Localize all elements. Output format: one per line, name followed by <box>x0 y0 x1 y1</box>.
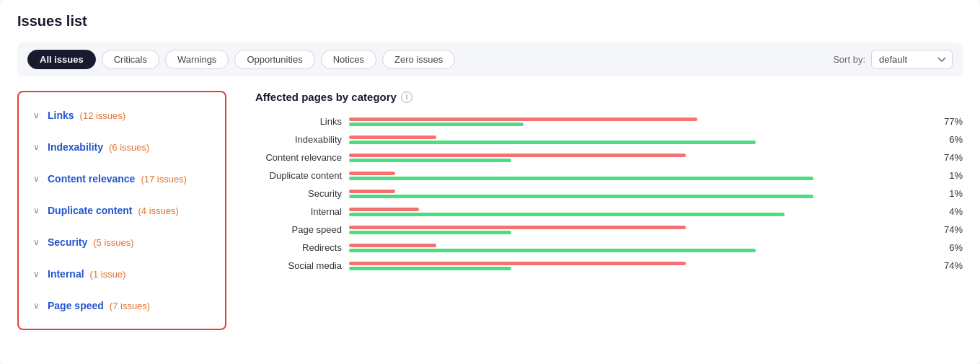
chart-row-page-speed: Page speed74% <box>255 224 963 235</box>
bar-green <box>349 249 756 252</box>
issue-name: Duplicate content <box>48 205 132 216</box>
issue-item-indexability[interactable]: ∨Indexability(6 issues) <box>19 131 225 163</box>
filter-btn-all-issues[interactable]: All issues <box>27 50 96 69</box>
chevron-icon: ∨ <box>33 205 42 216</box>
chart-pct: 6% <box>937 134 963 145</box>
chart-pct: 6% <box>937 242 963 253</box>
page-title: Issues list <box>17 13 963 30</box>
chart-row-label: Social media <box>255 260 342 271</box>
issue-count: (1 issue) <box>90 269 126 280</box>
chevron-icon: ∨ <box>33 142 42 152</box>
filter-buttons: All issuesCriticalsWarningsOpportunities… <box>27 50 455 69</box>
chart-row-label: Security <box>255 188 342 199</box>
issue-item-content-relevance[interactable]: ∨Content relevance(17 issues) <box>19 163 225 195</box>
chart-row-label: Indexability <box>255 134 342 145</box>
main-content: ∨Links(12 issues)∨Indexability(6 issues)… <box>17 91 963 330</box>
chart-bar-area <box>349 208 930 216</box>
chart-bar-area <box>349 172 930 180</box>
filter-btn-zero-issues[interactable]: Zero issues <box>382 50 455 69</box>
chart-pct: 74% <box>937 224 963 235</box>
bar-green <box>349 213 785 216</box>
issue-count: (7 issues) <box>110 301 150 311</box>
bar-green <box>349 195 813 198</box>
issue-count: (17 issues) <box>141 174 187 185</box>
chart-row-duplicate-content: Duplicate content1% <box>255 170 963 181</box>
chart-bar-area <box>349 117 930 126</box>
filter-btn-criticals[interactable]: Criticals <box>102 50 159 69</box>
bar-green <box>349 141 756 144</box>
sort-row: Sort by: default A-Z Issues count <box>833 50 953 69</box>
issue-count: (6 issues) <box>109 142 149 153</box>
bar-red <box>349 154 686 157</box>
issue-count: (4 issues) <box>138 205 178 216</box>
bar-red <box>349 117 697 121</box>
bar-red <box>349 226 686 229</box>
right-panel: Affected pages by category i Links77%Ind… <box>255 91 963 330</box>
issues-list-container: Issues list All issuesCriticalsWarningsO… <box>0 0 980 364</box>
bar-red <box>349 190 395 193</box>
chart-row-label: Content relevance <box>255 152 342 163</box>
sort-select[interactable]: default A-Z Issues count <box>871 50 953 69</box>
issue-name: Content relevance <box>48 173 135 185</box>
issue-name: Indexability <box>48 141 103 153</box>
issue-item-duplicate-content[interactable]: ∨Duplicate content(4 issues) <box>19 195 225 226</box>
chart-bar-area <box>349 244 930 252</box>
issue-count: (5 issues) <box>93 237 133 248</box>
chevron-icon: ∨ <box>33 237 42 247</box>
chart-row-label: Redirects <box>255 242 342 253</box>
chart-row-social-media: Social media74% <box>255 260 963 271</box>
chart-pct: 1% <box>937 170 963 181</box>
filters-row: All issuesCriticalsWarningsOpportunities… <box>17 43 963 76</box>
chart-row-label: Links <box>255 116 342 127</box>
issue-item-links[interactable]: ∨Links(12 issues) <box>19 99 225 131</box>
bar-red <box>349 244 436 247</box>
chart-title-text: Affected pages by category <box>255 91 397 103</box>
chart-row-redirects: Redirects6% <box>255 242 963 253</box>
issue-name: Internal <box>48 268 84 280</box>
chart-pct: 74% <box>937 260 963 271</box>
issue-name: Links <box>48 110 74 121</box>
issues-list: ∨Links(12 issues)∨Indexability(6 issues)… <box>17 91 226 330</box>
info-icon[interactable]: i <box>401 92 412 103</box>
bar-red <box>349 262 686 265</box>
chart-bar-area <box>349 154 930 162</box>
bar-red <box>349 136 436 139</box>
bar-green <box>349 123 524 126</box>
bar-green <box>349 231 511 234</box>
chevron-icon: ∨ <box>33 301 42 311</box>
filter-btn-opportunities[interactable]: Opportunities <box>234 50 314 69</box>
chart-pct: 74% <box>937 152 963 163</box>
chart-rows: Links77%Indexability6%Content relevance7… <box>255 116 963 271</box>
bar-red <box>349 208 419 211</box>
chart-row-label: Internal <box>255 206 342 217</box>
sort-label: Sort by: <box>833 54 865 65</box>
chart-pct: 4% <box>937 206 963 217</box>
issue-item-security[interactable]: ∨Security(5 issues) <box>19 226 225 258</box>
chevron-icon: ∨ <box>33 110 42 120</box>
issue-item-internal[interactable]: ∨Internal(1 issue) <box>19 258 225 290</box>
filter-btn-warnings[interactable]: Warnings <box>165 50 229 69</box>
chart-bar-area <box>349 262 930 270</box>
chart-row-label: Duplicate content <box>255 170 342 181</box>
bar-green <box>349 159 511 162</box>
chart-row-links: Links77% <box>255 116 963 127</box>
issue-count: (12 issues) <box>80 110 126 121</box>
chart-row-internal: Internal4% <box>255 206 963 217</box>
bar-red <box>349 172 395 175</box>
issue-name: Security <box>48 236 87 248</box>
chart-title: Affected pages by category i <box>255 91 963 103</box>
bar-green <box>349 267 511 270</box>
chart-row-label: Page speed <box>255 224 342 235</box>
bar-green <box>349 177 813 180</box>
chart-pct: 1% <box>937 188 963 199</box>
chevron-icon: ∨ <box>33 174 42 184</box>
chart-bar-area <box>349 226 930 234</box>
chart-bar-area <box>349 190 930 198</box>
chart-pct: 77% <box>937 116 963 127</box>
filter-btn-notices[interactable]: Notices <box>321 50 376 69</box>
issue-name: Page speed <box>48 300 104 311</box>
chart-row-content-relevance: Content relevance74% <box>255 152 963 163</box>
issue-item-page-speed[interactable]: ∨Page speed(7 issues) <box>19 290 225 321</box>
chart-row-security: Security1% <box>255 188 963 199</box>
chevron-icon: ∨ <box>33 269 42 279</box>
